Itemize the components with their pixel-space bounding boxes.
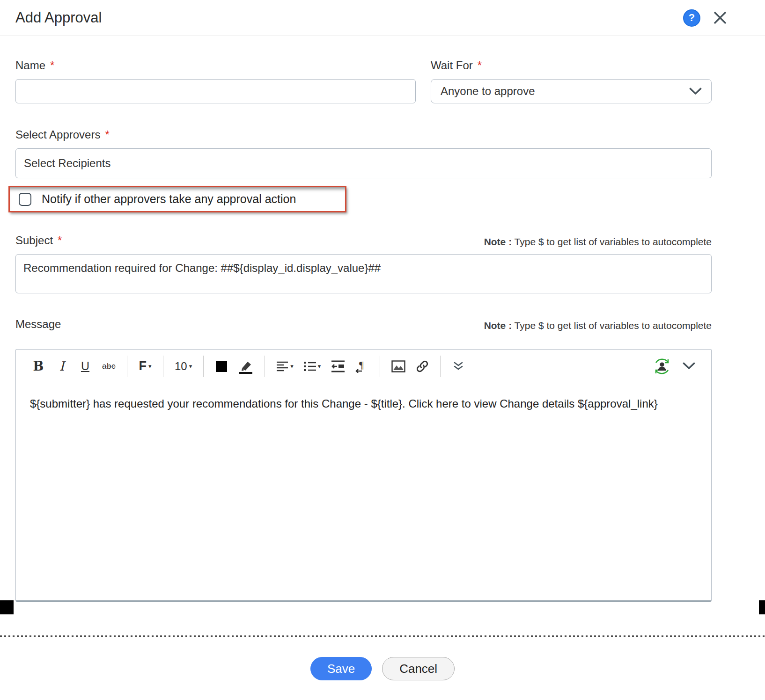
dialog-header: Add Approval ?	[0, 0, 765, 36]
toolbar-separator	[203, 356, 204, 377]
insert-image-button[interactable]	[389, 355, 408, 378]
required-asterisk: *	[105, 128, 109, 141]
subject-input[interactable]: Recommendation required for Change: ##${…	[15, 254, 712, 293]
dialog-body: Name* Wait For* Anyone to approve Select…	[0, 58, 765, 602]
page-title: Add Approval	[15, 9, 683, 26]
caret-down-icon: ▾	[290, 364, 294, 369]
double-chevron-down-icon	[453, 362, 463, 371]
toolbar-separator	[127, 356, 127, 377]
outdent-button[interactable]	[328, 355, 348, 378]
bullet-list-icon	[304, 361, 316, 372]
message-input[interactable]: ${submitter} has requested your recommen…	[16, 383, 711, 600]
insert-user-variable-button[interactable]	[649, 355, 675, 378]
subject-autocomplete-note: Note : Type $ to get list of variables t…	[484, 236, 712, 248]
help-button[interactable]: ?	[683, 9, 700, 27]
link-icon	[416, 360, 429, 373]
chevron-down-icon	[683, 362, 695, 370]
toolbar-separator	[440, 356, 441, 377]
text-color-button[interactable]	[212, 355, 231, 378]
editor-toolbar: B I U abc F▾ 10▾	[16, 350, 711, 383]
list-button[interactable]: ▾	[301, 355, 324, 378]
close-button[interactable]	[712, 9, 728, 26]
align-left-icon	[276, 361, 288, 372]
font-family-button[interactable]: F▾	[136, 355, 154, 378]
select-approvers-label: Select Approvers*	[15, 128, 712, 142]
close-icon	[713, 10, 728, 25]
text-color-icon	[216, 361, 227, 372]
italic-button[interactable]: I	[52, 355, 71, 378]
toolbar-separator	[380, 356, 380, 377]
highlight-button[interactable]	[235, 355, 256, 378]
scrollbar-artifact-right	[759, 600, 765, 614]
align-button[interactable]: ▾	[273, 355, 296, 378]
scrollbar-artifact-left	[0, 600, 14, 614]
highlighter-icon	[238, 359, 253, 374]
collapse-toolbar-button[interactable]	[679, 355, 698, 378]
message-autocomplete-note: Note : Type $ to get list of variables t…	[484, 320, 712, 331]
chevron-down-icon	[689, 88, 702, 95]
caret-down-icon: ▾	[189, 364, 192, 369]
notify-checkbox[interactable]	[19, 193, 31, 206]
question-mark-icon: ?	[689, 12, 695, 24]
paragraph-direction-icon: ¶	[355, 360, 368, 373]
font-size-button[interactable]: 10▾	[172, 355, 195, 378]
required-asterisk: *	[478, 59, 482, 72]
paragraph-direction-button[interactable]: ¶	[353, 355, 371, 378]
approvers-placeholder: Select Recipients	[24, 157, 110, 170]
user-sync-icon	[652, 357, 672, 376]
strikethrough-button[interactable]: abc	[99, 355, 118, 378]
footer-divider	[0, 635, 765, 637]
svg-text:¶: ¶	[359, 360, 364, 371]
footer-buttons: Save Cancel	[0, 657, 765, 680]
name-input[interactable]	[15, 79, 416, 103]
message-label: Message	[15, 317, 61, 331]
required-asterisk: *	[58, 234, 62, 247]
subject-label: Subject*	[15, 233, 62, 248]
toolbar-separator	[265, 356, 265, 377]
more-options-button[interactable]	[449, 355, 468, 378]
toolbar-separator	[163, 356, 163, 377]
notify-checkbox-label: Notify if other approvers take any appro…	[42, 192, 296, 206]
caret-down-icon: ▾	[318, 364, 321, 369]
required-asterisk: *	[50, 59, 54, 72]
name-label: Name*	[15, 58, 416, 73]
insert-link-button[interactable]	[413, 355, 432, 378]
wait-for-label: Wait For*	[431, 58, 712, 73]
image-icon	[391, 360, 405, 372]
approvers-input[interactable]: Select Recipients	[15, 148, 712, 178]
wait-for-selected-value: Anyone to approve	[441, 85, 689, 98]
notify-option-highlight: Notify if other approvers take any appro…	[8, 186, 346, 212]
caret-down-icon: ▾	[148, 364, 152, 369]
message-editor: B I U abc F▾ 10▾	[15, 349, 712, 602]
save-button[interactable]: Save	[310, 657, 372, 680]
underline-button[interactable]: U	[76, 355, 95, 378]
wait-for-select[interactable]: Anyone to approve	[431, 79, 712, 103]
outdent-icon	[331, 360, 345, 372]
bold-button[interactable]: B	[29, 355, 48, 378]
cancel-button[interactable]: Cancel	[382, 657, 455, 680]
